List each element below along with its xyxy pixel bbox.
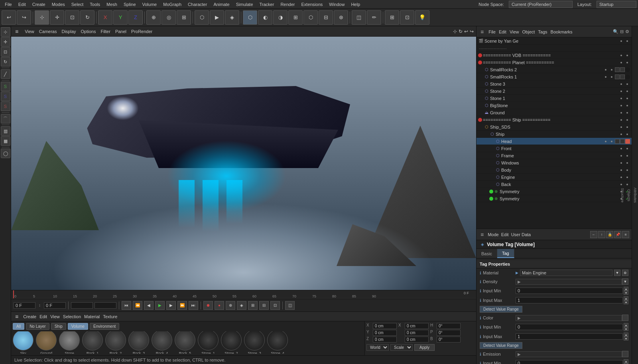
left-layer1-btn[interactable]: ▥	[1, 126, 10, 136]
prop-emitmin-up[interactable]: ▲	[624, 359, 628, 363]
menu-tracker[interactable]: Tracker	[256, 1, 278, 8]
viewport-tab-panel[interactable]: Panel	[115, 29, 126, 34]
play-pause-btn[interactable]: ▶	[155, 301, 165, 310]
coord-z2-input[interactable]	[405, 337, 429, 342]
prop-colormax-input[interactable]	[516, 333, 623, 340]
om-menu-icon[interactable]: ≡	[479, 29, 485, 35]
filter-all[interactable]: All	[13, 323, 24, 330]
coord-z-input[interactable]	[373, 337, 397, 342]
viewport-tab-view[interactable]: View	[25, 29, 34, 34]
next-frame-btn[interactable]: ▶	[166, 301, 176, 310]
prop-info-icon-den[interactable]: ℹ	[480, 280, 481, 284]
attrs-tab-userdata[interactable]: User Data	[511, 232, 531, 237]
viewport[interactable]	[11, 37, 476, 290]
strip-structure[interactable]: Structure	[620, 186, 625, 204]
menu-window[interactable]: Window	[326, 1, 348, 8]
menu-tools[interactable]: Tools	[87, 1, 103, 8]
apply-button[interactable]: Apply	[414, 344, 435, 351]
tree-item-head[interactable]: ⬡ Head ● ●	[477, 138, 632, 145]
rotate-tool-btn[interactable]: ↻	[80, 10, 95, 25]
grid-btn[interactable]: ⊞	[288, 10, 303, 25]
menu-simulate[interactable]: Simulate	[233, 1, 256, 8]
menu-mograph[interactable]: MoGraph	[160, 1, 185, 8]
redo-btn[interactable]: ↪	[17, 10, 31, 25]
mat-menu-icon[interactable]: ≡	[14, 313, 20, 320]
key-sel-btn[interactable]: ◈	[237, 301, 246, 310]
viewport-tab-cameras[interactable]: Cameras	[39, 29, 57, 34]
strip-objects[interactable]: Objects	[626, 188, 632, 203]
prop-material-field[interactable]: Main Engine	[520, 270, 612, 276]
tree-item-stone2[interactable]: ⬡ Stone 2 ● ●	[477, 88, 632, 95]
paint-btn[interactable]: ✏	[367, 10, 381, 25]
go-end-btn[interactable]: ⏭	[189, 301, 198, 310]
prop-inputmax-down[interactable]: ▼	[624, 300, 628, 304]
mat-stone1[interactable]: Stone_1	[198, 331, 219, 354]
menu-file[interactable]: File	[2, 1, 15, 8]
tree-item-stone1[interactable]: ⬡ Stone 1 ● ●	[477, 95, 632, 102]
z-axis-btn[interactable]: Z	[128, 10, 143, 25]
attrs-tab-tag[interactable]: Tag	[497, 249, 514, 258]
mat-rock4-thumb[interactable]	[152, 331, 172, 350]
mat-sky[interactable]: Sky	[13, 331, 33, 354]
mat-rock1[interactable]: Rock_1	[82, 331, 103, 354]
tree-item-windows[interactable]: ⬡ Windows ● ●	[477, 159, 632, 166]
world-coord-btn[interactable]: ⊕	[146, 10, 161, 25]
menu-mesh[interactable]: Mesh	[103, 1, 120, 8]
left-line-btn[interactable]: ╱	[1, 69, 10, 79]
menu-render[interactable]: Render	[277, 1, 298, 8]
menu-character[interactable]: Character	[185, 1, 210, 8]
step-back-btn[interactable]: ⏪	[133, 301, 142, 310]
mat-rock5[interactable]: Rock_5	[175, 331, 195, 354]
shading-btn[interactable]: ◐	[258, 10, 272, 25]
detect-btn-1[interactable]: Detect Value Range	[480, 306, 522, 313]
left-curve-btn[interactable]: ⌒	[1, 114, 10, 123]
mat-sky-thumb[interactable]	[13, 331, 33, 350]
tree-item-stone3[interactable]: ⬡ Stone 3 ● ●	[477, 80, 632, 88]
layout-dropdown[interactable]: Startup	[597, 1, 636, 8]
viewport-icon-1[interactable]: ⊹	[453, 29, 457, 34]
attrs-lock-btn[interactable]: 🔒	[606, 231, 613, 238]
coord-x-input[interactable]	[373, 323, 397, 329]
coord-b-input[interactable]	[437, 337, 461, 342]
viewport-icon-2[interactable]: ↻	[459, 29, 463, 34]
record-btn[interactable]: ⏺	[203, 301, 213, 310]
mat-rock1-thumb[interactable]	[82, 331, 103, 350]
viewport-btn[interactable]: ⬡	[195, 10, 209, 25]
om-tab-bookmarks[interactable]: Bookmarks	[551, 29, 573, 34]
prop-color-expand[interactable]	[622, 315, 628, 321]
move-tool-btn[interactable]: ✛	[50, 10, 64, 25]
grid2-btn[interactable]: ⊞	[385, 10, 399, 25]
attrs-back-btn[interactable]: ←	[590, 231, 597, 238]
attrs-tab-mode[interactable]: Mode	[488, 232, 499, 237]
menu-animate[interactable]: Animate	[210, 1, 232, 8]
prop-emitmin-input[interactable]	[516, 360, 623, 364]
node-space-dropdown[interactable]: Current (ProRender)	[509, 1, 573, 8]
mat-ground-thumb[interactable]	[36, 331, 57, 350]
attrs-up-btn[interactable]: ↑	[598, 231, 605, 238]
menu-create[interactable]: Create	[29, 1, 49, 8]
current-frame-input[interactable]	[14, 302, 35, 309]
render-preview-btn[interactable]: ◈	[225, 10, 239, 25]
layer-btn[interactable]: ⊟	[319, 10, 333, 25]
tree-item-engine[interactable]: ⬡ Engine ● ●	[477, 174, 632, 181]
mat-stone2-thumb[interactable]	[221, 331, 242, 350]
snap-btn[interactable]: ⊞	[177, 10, 191, 25]
coord-y2-input[interactable]	[405, 330, 429, 336]
viewport-tab-display[interactable]: Display	[61, 29, 76, 34]
prev-frame-btn[interactable]: ◀	[144, 301, 154, 310]
start-frame-input[interactable]	[44, 302, 66, 309]
left-rotate-btn[interactable]: ↻	[1, 57, 10, 67]
left-s1-btn[interactable]: S	[1, 82, 10, 91]
undo-btn[interactable]: ↩	[2, 10, 16, 25]
menu-help[interactable]: Help	[348, 1, 363, 8]
select-tool-btn[interactable]: ⊹	[35, 10, 49, 25]
mat-rock2-thumb[interactable]	[105, 331, 126, 350]
attrs-menu-icon[interactable]: ≡	[479, 231, 485, 238]
mat-stone3[interactable]: Stone_3	[244, 331, 265, 354]
tree-item-symmetry2[interactable]: ⊕ Symmetry ● ✓	[477, 195, 632, 202]
viewport-tab-filter[interactable]: Filter	[100, 29, 110, 34]
attrs-pin-btn[interactable]: 📌	[614, 231, 621, 238]
prop-inputmax-input[interactable]	[516, 297, 623, 303]
prop-colormin-down[interactable]: ▼	[624, 327, 628, 331]
preview-btn[interactable]: ⊟	[259, 301, 269, 310]
